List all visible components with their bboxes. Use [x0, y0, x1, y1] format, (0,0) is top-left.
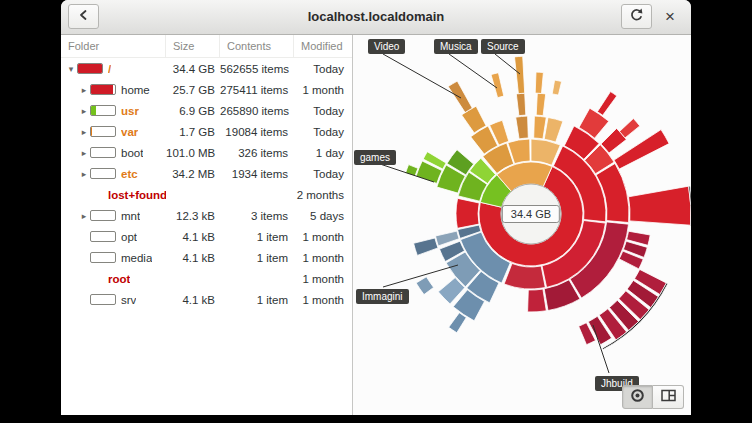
expander-icon[interactable]: ▸ [78, 127, 90, 137]
usage-bar-icon [90, 168, 116, 179]
folder-cell: srv [61, 294, 166, 306]
rings-view-button[interactable] [622, 385, 653, 409]
close-button[interactable]: × [657, 4, 683, 29]
rings-chart-panel: VideoMusicaSourcegamesImmaginiJhbuild 34… [353, 35, 691, 415]
back-button[interactable] [68, 4, 99, 29]
modified-cell: 1 day [294, 147, 352, 159]
contents-cell: 19084 items [220, 126, 294, 138]
modified-cell: 1 month [294, 273, 352, 285]
treemap-chart-icon [661, 388, 676, 406]
table-row[interactable]: ▸mnt12.3 kB3 items5 days [61, 205, 352, 226]
chart-segment[interactable] [544, 118, 563, 143]
chart-segment[interactable] [552, 80, 561, 95]
chart-segment[interactable] [448, 81, 472, 112]
sunburst-chart [353, 35, 691, 415]
folder-name: srv [121, 294, 136, 306]
table-row[interactable]: opt4.1 kB1 item1 month [61, 226, 352, 247]
contents-cell: 326 items [220, 147, 294, 159]
folder-cell: ▸usr [61, 105, 166, 117]
chevron-left-icon [77, 8, 91, 26]
table-row[interactable]: media4.1 kB1 item1 month [61, 247, 352, 268]
refresh-icon [629, 7, 644, 26]
column-header-modified[interactable]: Modified [294, 35, 352, 57]
folder-name: media [121, 252, 152, 264]
chart-annotation: Immagini [356, 289, 409, 304]
table-row[interactable]: ▸var1.7 GB19084 itemsToday [61, 121, 352, 142]
usage-bar-icon [77, 63, 103, 74]
chart-segment[interactable] [456, 198, 479, 228]
folder-name: mnt [121, 210, 140, 222]
table-row[interactable]: srv4.1 kB1 item1 month [61, 289, 352, 310]
modified-cell: 1 month [294, 294, 352, 306]
size-cell: 34.2 MB [166, 168, 220, 180]
modified-cell: Today [294, 105, 352, 117]
chart-segment[interactable] [528, 289, 547, 312]
chart-segment[interactable] [504, 264, 545, 289]
chart-segment[interactable] [597, 92, 616, 116]
chart-segment[interactable] [515, 56, 525, 93]
folder-cell: ▸mnt [61, 210, 166, 222]
table-row[interactable]: ▸etc34.2 MB1934 itemsToday [61, 163, 352, 184]
tree-rows: ▾/34.4 GB562655 itemsToday▸home25.7 GB27… [61, 58, 352, 415]
main-content: Folder Size Contents Modified ▾/34.4 GB5… [61, 35, 691, 415]
chart-segment[interactable] [620, 119, 640, 138]
chart-segment[interactable] [416, 277, 434, 295]
usage-bar-icon [90, 84, 116, 95]
folder-name: home [121, 84, 150, 96]
expander-icon[interactable]: ▸ [78, 106, 90, 116]
expander-icon[interactable]: ▸ [78, 85, 90, 95]
chart-segment[interactable] [516, 116, 529, 139]
usage-bar-icon [90, 126, 116, 137]
chart-segment[interactable] [535, 72, 543, 93]
modified-cell: Today [294, 168, 352, 180]
chart-segment[interactable] [414, 238, 438, 255]
contents-cell: 3 items [220, 210, 294, 222]
folder-cell: ▾/ [61, 63, 166, 75]
table-row[interactable]: ▸boot101.0 MB326 items1 day [61, 142, 352, 163]
table-row[interactable]: lost+found2 months [61, 184, 352, 205]
folder-cell: ▸etc [61, 168, 166, 180]
chart-segment[interactable] [449, 313, 467, 333]
modified-cell: 1 month [294, 252, 352, 264]
chart-segment[interactable] [534, 116, 547, 139]
refresh-button[interactable] [621, 4, 652, 29]
column-header-contents[interactable]: Contents [220, 35, 294, 57]
usage-bar-icon [90, 147, 116, 158]
column-header-folder[interactable]: Folder [61, 35, 166, 57]
expander-icon[interactable]: ▸ [78, 148, 90, 158]
size-cell: 1.7 GB [166, 126, 220, 138]
contents-cell: 265890 items [220, 105, 294, 117]
column-header-size[interactable]: Size [166, 35, 220, 57]
rings-chart-icon [630, 388, 645, 407]
expander-icon[interactable]: ▸ [78, 211, 90, 221]
table-row[interactable]: ▸home25.7 GB275411 items1 month [61, 79, 352, 100]
modified-cell: Today [294, 126, 352, 138]
table-row[interactable]: ▾/34.4 GB562655 itemsToday [61, 58, 352, 79]
usage-bar-icon [90, 231, 116, 242]
table-row[interactable]: root1 month [61, 268, 352, 289]
size-cell: 101.0 MB [166, 147, 220, 159]
size-cell: 6.9 GB [166, 105, 220, 117]
modified-cell: Today [294, 63, 352, 75]
table-row[interactable]: ▸usr6.9 GB265890 itemsToday [61, 100, 352, 121]
modified-cell: 5 days [294, 210, 352, 222]
size-cell: 12.3 kB [166, 210, 220, 222]
usage-bar-icon [90, 294, 116, 305]
size-cell: 4.1 kB [166, 231, 220, 243]
expander-icon[interactable]: ▾ [65, 64, 77, 74]
size-cell: 25.7 GB [166, 84, 220, 96]
chart-annotation: Source [481, 39, 525, 54]
usage-bar-icon [90, 105, 116, 116]
close-icon: × [665, 7, 675, 27]
size-cell: 4.1 kB [166, 252, 220, 264]
folder-name: etc [121, 168, 138, 180]
chart-segment[interactable] [516, 93, 526, 116]
chart-segment[interactable] [536, 93, 546, 116]
chart-segment[interactable] [629, 186, 692, 225]
folder-tree-panel: Folder Size Contents Modified ▾/34.4 GB5… [61, 35, 353, 415]
treemap-view-button[interactable] [653, 385, 684, 409]
folder-name: var [121, 126, 138, 138]
expander-icon[interactable]: ▸ [78, 169, 90, 179]
chart-annotation: Musica [434, 39, 478, 54]
header-bar: localhost.localdomain × [61, 0, 691, 35]
